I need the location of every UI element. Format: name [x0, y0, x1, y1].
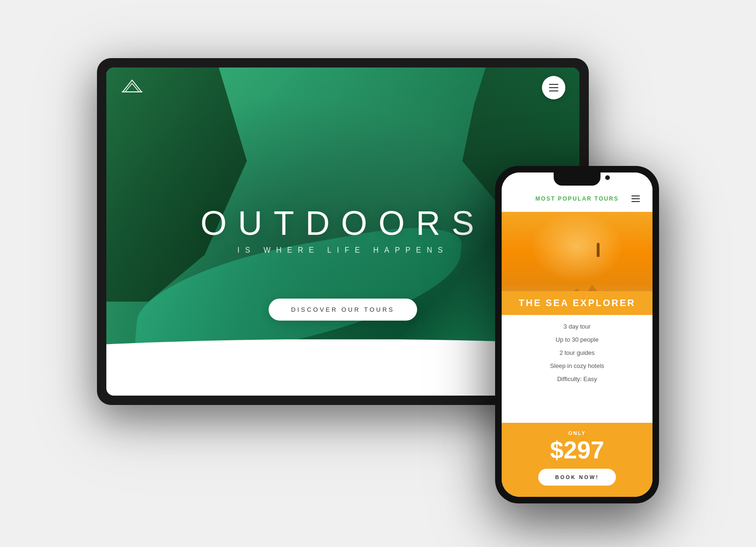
phone-menu-line-1	[631, 195, 640, 196]
tour-title: THE SEA EXPLORER	[511, 298, 643, 308]
phone-header: MOST POPULAR TOURS	[502, 172, 652, 212]
phone-menu-button[interactable]	[628, 191, 643, 206]
phone-device: MOST POPULAR TOURS THE SEA EXPLORER	[495, 166, 659, 503]
tablet-main-headline: OUTDOORS	[200, 203, 485, 242]
tablet-cta-container: DISCOVER OUR TOURS	[268, 299, 417, 321]
detail-hotels: Sleep in cozy hotels	[550, 362, 604, 370]
phone-menu-line-2	[631, 198, 640, 199]
discover-tours-button[interactable]: DISCOVER OUR TOURS	[268, 299, 417, 321]
detail-difficulty: Difficulty: Easy	[557, 375, 597, 383]
tablet-sub-headline: IS WHERE LIFE HAPPENS	[200, 246, 485, 254]
person-silhouette	[597, 243, 600, 257]
tour-card-image: THE SEA EXPLORER	[502, 212, 652, 315]
book-now-button[interactable]: BOOK NOW!	[538, 469, 616, 486]
menu-line-1	[549, 84, 558, 85]
phone-menu-line-3	[631, 201, 640, 202]
tablet-logo	[120, 78, 144, 97]
tour-card: THE SEA EXPLORER 3 day tour Up to 30 peo…	[502, 212, 652, 497]
detail-people: Up to 30 people	[556, 336, 599, 344]
menu-line-3	[549, 90, 558, 91]
scene: OUTDOORS IS WHERE LIFE HAPPENS DISCOVER …	[97, 44, 659, 503]
price-label: ONLY	[511, 430, 643, 436]
price-value: $297	[511, 438, 643, 462]
tablet-menu-button[interactable]	[542, 76, 565, 99]
phone-section-title: MOST POPULAR TOURS	[526, 195, 628, 202]
tour-details: 3 day tour Up to 30 people 2 tour guides…	[502, 315, 652, 423]
tour-card-footer: ONLY $297 BOOK NOW!	[502, 423, 652, 497]
menu-line-2	[549, 87, 558, 88]
tour-title-overlay: THE SEA EXPLORER	[502, 291, 652, 315]
phone-screen: MOST POPULAR TOURS THE SEA EXPLORER	[502, 172, 652, 497]
detail-day-tour: 3 day tour	[563, 322, 591, 331]
tablet-headline-block: OUTDOORS IS WHERE LIFE HAPPENS	[200, 203, 485, 254]
detail-guides: 2 tour guides	[559, 349, 594, 357]
